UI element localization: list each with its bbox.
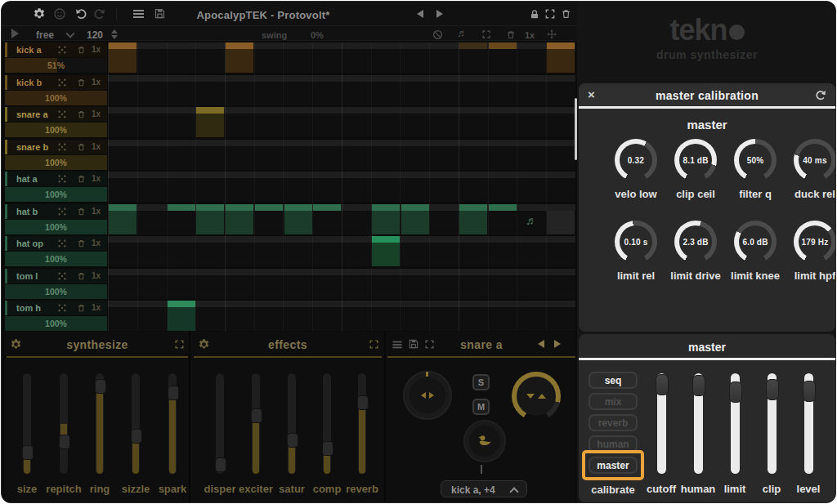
track-probability-row[interactable]: 100% bbox=[5, 252, 107, 266]
note-icon[interactable]: ♬ bbox=[457, 27, 468, 39]
grid-velocity-strip[interactable] bbox=[489, 204, 517, 211]
track-random-dice-icon[interactable] bbox=[57, 207, 67, 216]
grid-velocity-strip[interactable] bbox=[401, 204, 429, 211]
calibration-knob[interactable]: 50% bbox=[734, 139, 777, 181]
track-trash-icon[interactable] bbox=[77, 174, 86, 184]
grid-velocity-strip[interactable] bbox=[459, 204, 487, 211]
calibration-knob[interactable]: 2.3 dB bbox=[674, 221, 717, 263]
mute-button[interactable]: M bbox=[472, 399, 490, 415]
track-trash-icon[interactable] bbox=[77, 142, 86, 152]
grid-velocity-strip[interactable] bbox=[196, 107, 224, 114]
grid-velocity-strip[interactable] bbox=[489, 42, 517, 49]
slider-handle[interactable] bbox=[22, 445, 34, 460]
slider-handle[interactable] bbox=[95, 379, 106, 394]
grid-note-cell[interactable] bbox=[109, 49, 137, 73]
grid-note-cell[interactable] bbox=[284, 211, 312, 234]
duck-knob[interactable] bbox=[463, 420, 506, 462]
tempo-value[interactable]: 120 bbox=[87, 29, 103, 41]
track-repeat-value[interactable]: 1x bbox=[92, 303, 101, 312]
calibration-knob[interactable]: 0.10 s bbox=[615, 221, 657, 263]
grid-note-cell[interactable] bbox=[401, 211, 429, 234]
track-trash-icon[interactable] bbox=[77, 109, 86, 119]
grid-velocity-strip[interactable] bbox=[459, 42, 487, 49]
track-repeat-value[interactable]: 1x bbox=[92, 78, 101, 87]
grid-velocity-strip[interactable] bbox=[547, 42, 575, 49]
track-row[interactable]: tom h1x bbox=[5, 301, 107, 315]
slider-handle[interactable] bbox=[131, 429, 142, 444]
slider-handle[interactable] bbox=[168, 386, 179, 400]
solo-button[interactable]: S bbox=[472, 374, 490, 390]
route-select[interactable]: kick a, +4 bbox=[441, 480, 527, 497]
track-random-dice-icon[interactable] bbox=[57, 45, 67, 55]
master-mode-button-mix[interactable]: mix bbox=[589, 393, 638, 410]
effects-expand-icon[interactable] bbox=[369, 339, 379, 350]
track-trash-icon[interactable] bbox=[77, 271, 86, 281]
track-random-dice-icon[interactable] bbox=[57, 303, 67, 313]
calibration-knob[interactable]: 6.0 dB bbox=[734, 221, 777, 263]
master-slider-handle[interactable] bbox=[766, 379, 779, 400]
track-probability-row[interactable]: 100% bbox=[5, 284, 107, 299]
master-slider-handle[interactable] bbox=[803, 381, 816, 402]
grid-note-cell[interactable] bbox=[459, 211, 487, 234]
grid-velocity-strip[interactable] bbox=[196, 204, 224, 211]
track-random-dice-icon[interactable] bbox=[57, 239, 67, 248]
track-probability-row[interactable]: 100% bbox=[5, 220, 107, 234]
master-mode-button-seq[interactable]: seq bbox=[589, 372, 638, 389]
pattern-next-icon[interactable] bbox=[436, 10, 443, 18]
step-sequencer-grid[interactable]: ♬ bbox=[108, 42, 575, 333]
channel-prev-icon[interactable] bbox=[538, 340, 544, 348]
grid-velocity-strip[interactable] bbox=[109, 204, 137, 211]
calibration-knob[interactable]: 179 Hz bbox=[794, 221, 836, 263]
track-repeat-value[interactable]: 1x bbox=[92, 45, 101, 54]
grid-note-cell[interactable] bbox=[196, 211, 224, 234]
track-probability-row[interactable]: 100% bbox=[5, 155, 107, 170]
slider-handle[interactable] bbox=[215, 457, 226, 472]
track-trash-icon[interactable] bbox=[77, 207, 86, 216]
track-probability-row[interactable]: 100% bbox=[5, 187, 107, 202]
grid-note-cell[interactable] bbox=[372, 243, 400, 266]
calibration-knob[interactable]: 40 ms bbox=[794, 139, 836, 181]
track-row[interactable]: hat b1x bbox=[5, 204, 107, 219]
slider-handle[interactable] bbox=[251, 408, 262, 423]
track-repeat-value[interactable]: 1x bbox=[92, 174, 101, 183]
grid-note-cell[interactable] bbox=[168, 307, 195, 331]
synthesize-expand-icon[interactable] bbox=[174, 339, 185, 350]
swing-value[interactable]: 0% bbox=[311, 30, 324, 40]
move-icon[interactable] bbox=[546, 29, 557, 40]
track-trash-icon[interactable] bbox=[77, 239, 86, 248]
grid-velocity-strip[interactable] bbox=[372, 236, 400, 243]
track-row[interactable]: kick a1x bbox=[5, 42, 107, 57]
grid-velocity-strip[interactable] bbox=[226, 42, 253, 49]
calibration-knob[interactable]: 0.32 bbox=[615, 139, 657, 181]
track-probability-row[interactable]: 100% bbox=[5, 123, 107, 137]
play-icon[interactable] bbox=[11, 29, 19, 38]
grid-note-cell[interactable] bbox=[196, 114, 224, 137]
grid-note-cell[interactable] bbox=[372, 211, 400, 234]
pattern-prev-icon[interactable] bbox=[417, 10, 423, 18]
slider-handle[interactable] bbox=[287, 433, 298, 448]
track-probability-row[interactable]: 51% bbox=[5, 58, 107, 73]
track-trash-icon[interactable] bbox=[77, 78, 86, 87]
settings-gear-icon[interactable] bbox=[33, 7, 46, 20]
track-repeat-value[interactable]: 1x bbox=[92, 239, 101, 248]
undo-icon[interactable] bbox=[74, 7, 87, 20]
track-random-dice-icon[interactable] bbox=[57, 174, 67, 184]
fx-amount-knob[interactable] bbox=[512, 372, 561, 421]
slider-handle[interactable] bbox=[59, 435, 70, 449]
grid-note-cell[interactable] bbox=[547, 49, 575, 73]
track-repeat-value[interactable]: 1x bbox=[92, 109, 101, 118]
track-probability-row[interactable]: 100% bbox=[5, 316, 107, 331]
expand-pattern-icon[interactable] bbox=[481, 29, 491, 39]
master-mode-button-reverb[interactable]: reverb bbox=[589, 414, 638, 431]
grid-note-cell[interactable] bbox=[547, 211, 575, 234]
grid-note-cell[interactable] bbox=[226, 49, 253, 73]
track-probability-row[interactable]: 100% bbox=[5, 91, 107, 105]
tempo-stepper-icon[interactable] bbox=[111, 29, 118, 39]
trash-icon[interactable] bbox=[561, 8, 571, 20]
track-repeat-value[interactable]: 1x bbox=[92, 271, 101, 280]
track-random-dice-icon[interactable] bbox=[57, 109, 67, 119]
track-row[interactable]: snare b1x bbox=[5, 140, 107, 154]
grid-velocity-strip[interactable] bbox=[168, 204, 195, 211]
grid-velocity-strip[interactable] bbox=[372, 204, 400, 211]
grid-note-cell[interactable] bbox=[109, 211, 137, 234]
